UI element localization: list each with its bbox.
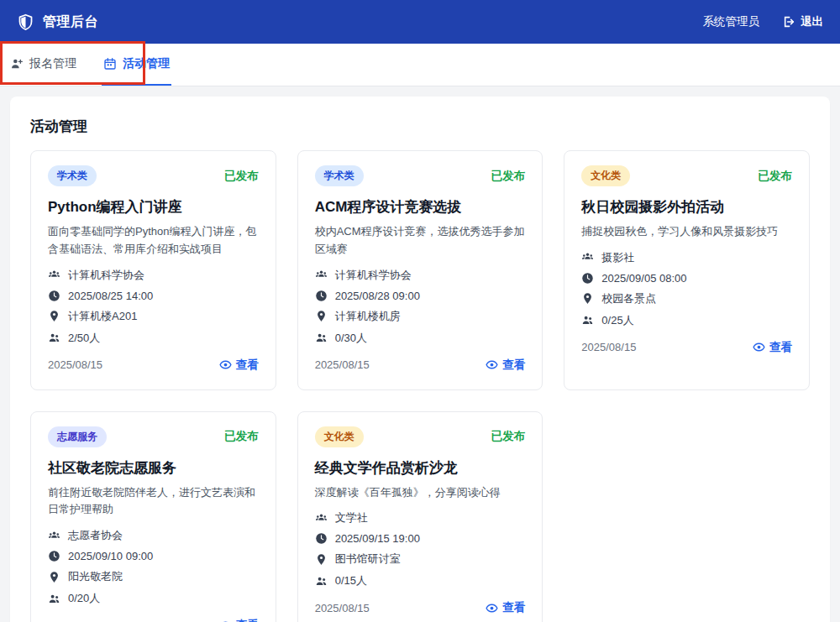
view-button[interactable]: 查看 [219,618,259,622]
view-label: 查看 [236,618,259,622]
activity-title: ACM程序设计竞赛选拔 [315,197,526,217]
organizer-value: 计算机科学协会 [335,268,412,283]
activity-meta: 计算机科学协会 2025/08/28 09:00 [315,268,526,346]
location-pin-icon [48,571,60,583]
activity-meta: 志愿者协会 2025/09/10 09:00 阳 [48,528,259,606]
publish-date: 2025/08/15 [581,341,636,353]
eye-icon [219,358,232,371]
activity-title: 秋日校园摄影外拍活动 [581,197,792,217]
clock-icon [581,272,594,285]
status-badge: 已发布 [491,169,526,184]
category-badge: 志愿服务 [48,426,107,447]
activity-description: 深度解读《百年孤独》，分享阅读心得 [315,484,526,502]
clock-icon [48,290,60,302]
location-value: 校园各景点 [601,291,656,306]
app-header: 管理后台 系统管理员 退出 [0,0,840,44]
activity-card: 学术类 已发布 ACM程序设计竞赛选拔 校内ACM程序设计竞赛，选拔优秀选手参加… [297,150,543,390]
organizer-value: 计算机科学协会 [68,268,144,283]
view-label: 查看 [236,358,259,373]
eye-icon [486,602,498,614]
activity-card-grid: 学术类 已发布 Python编程入门讲座 面向零基础同学的Python编程入门讲… [30,150,810,622]
organizer-icon [581,251,594,264]
view-label: 查看 [502,358,525,373]
clock-icon [315,532,328,545]
view-button[interactable]: 查看 [753,340,792,355]
time-value: 2025/09/15 19:00 [335,532,420,545]
user-plus-icon [10,57,24,71]
organizer-icon [315,269,328,281]
main-content: 活动管理 学术类 已发布 Python编程入门讲座 面向零基础同学的Python… [0,86,840,622]
activity-description: 前往附近敬老院陪伴老人，进行文艺表演和日常护理帮助 [48,484,259,520]
capacity-users-icon [48,332,60,344]
activity-meta: 摄影社 2025/09/05 08:00 校园各 [581,250,792,328]
logout-button[interactable]: 退出 [781,14,823,29]
location-pin-icon [315,310,328,322]
activity-card: 文化类 已发布 经典文学作品赏析沙龙 深度解读《百年孤独》，分享阅读心得 文学社 [297,411,543,622]
organizer-value: 摄影社 [601,250,634,265]
current-user-label: 系统管理员 [703,14,760,29]
organizer-value: 志愿者协会 [68,528,123,543]
activity-meta: 计算机科学协会 2025/08/25 14:00 [48,268,259,346]
capacity-value: 0/25人 [601,313,633,328]
category-badge: 学术类 [48,165,97,186]
activity-title: Python编程入门讲座 [48,197,259,217]
calendar-icon [103,57,117,71]
capacity-value: 0/20人 [68,591,100,606]
clock-icon [315,290,328,302]
location-pin-icon [581,292,594,305]
category-badge: 文化类 [315,426,364,447]
activity-description: 校内ACM程序设计竞赛，选拔优秀选手参加区域赛 [315,223,526,259]
time-value: 2025/08/28 09:00 [335,290,420,302]
capacity-users-icon [315,575,328,588]
capacity-users-icon [315,332,328,344]
activity-card: 志愿服务 已发布 社区敬老院志愿服务 前往附近敬老院陪伴老人，进行文艺表演和日常… [30,411,276,622]
shield-icon [17,13,34,31]
app-title: 管理后台 [43,13,98,31]
activity-card: 文化类 已发布 秋日校园摄影外拍活动 捕捉校园秋色，学习人像和风景摄影技巧 摄影… [564,150,810,390]
status-badge: 已发布 [224,429,259,444]
publish-date: 2025/08/15 [315,602,370,614]
tab-registration-label: 报名管理 [29,56,76,71]
logout-label: 退出 [801,14,823,29]
eye-icon [486,358,498,371]
category-badge: 学术类 [315,165,364,186]
publish-date: 2025/08/15 [48,358,102,371]
activity-card: 学术类 已发布 Python编程入门讲座 面向零基础同学的Python编程入门讲… [30,150,276,390]
location-value: 阳光敬老院 [68,569,123,584]
tab-activity-label: 活动管理 [123,56,170,71]
status-badge: 已发布 [224,169,259,184]
category-badge: 文化类 [581,165,630,186]
location-value: 图书馆研讨室 [335,551,401,567]
view-label: 查看 [769,340,792,355]
capacity-value: 0/30人 [335,331,367,346]
time-value: 2025/09/10 09:00 [68,550,153,562]
publish-date: 2025/08/15 [315,358,370,371]
view-button[interactable]: 查看 [486,358,525,373]
page-title: 活动管理 [30,117,810,136]
capacity-value: 2/50人 [68,331,100,346]
location-pin-icon [315,553,328,566]
location-value: 计算机楼A201 [68,309,137,324]
view-button[interactable]: 查看 [219,358,259,373]
location-pin-icon [48,310,60,322]
status-badge: 已发布 [758,169,792,184]
capacity-users-icon [48,593,60,605]
activity-description: 捕捉校园秋色，学习人像和风景摄影技巧 [581,223,792,241]
activity-panel: 活动管理 学术类 已发布 Python编程入门讲座 面向零基础同学的Python… [10,97,830,622]
tab-registration-management[interactable]: 报名管理 [8,44,78,86]
time-value: 2025/08/25 14:00 [68,290,153,302]
organizer-value: 文学社 [335,510,368,525]
organizer-icon [48,269,60,281]
view-button[interactable]: 查看 [486,600,525,615]
logout-icon [781,15,795,29]
capacity-users-icon [581,314,594,327]
activity-title: 社区敬老院志愿服务 [48,458,259,478]
status-badge: 已发布 [491,429,526,444]
activity-meta: 文学社 2025/09/15 19:00 图书馆 [315,510,526,588]
tab-activity-management[interactable]: 活动管理 [102,44,171,86]
organizer-icon [48,530,60,542]
organizer-icon [315,512,328,525]
capacity-value: 0/15人 [335,573,367,588]
eye-icon [753,341,765,353]
location-value: 计算机楼机房 [335,309,401,324]
